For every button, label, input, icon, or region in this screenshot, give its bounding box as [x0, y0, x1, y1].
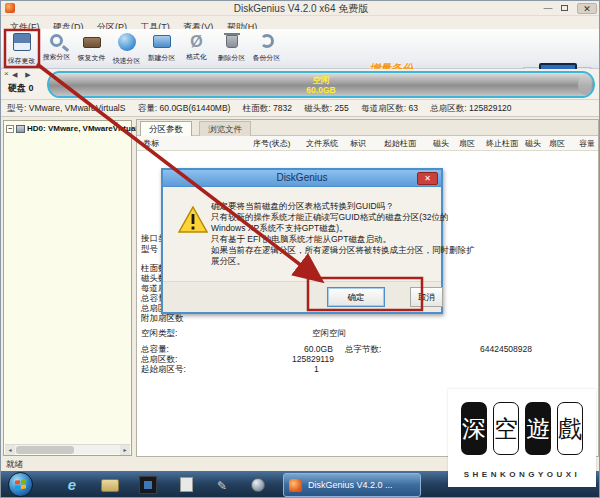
free-space-label: 空闲 60.0GB — [49, 75, 593, 95]
watermark-char-2: 空 — [493, 402, 519, 455]
warning-icon — [178, 206, 208, 233]
new-partition-icon — [153, 35, 171, 48]
diskgenius-taskbar-icon — [289, 479, 302, 492]
scroll-left-icon[interactable]: ◂ — [5, 445, 15, 455]
scrollbar-thumb[interactable] — [16, 446, 74, 454]
col-capacity[interactable]: 容量 — [579, 138, 595, 149]
col-end-cylinder[interactable]: 终止柱面 — [486, 138, 518, 149]
watermark: 深 空 遊 戲 SHENKONGYOUXI — [448, 389, 596, 487]
menu-bar: 文件(F) 硬盘(D) 分区(P) 工具(T) 查看(V) 帮助(H) — [1, 16, 600, 29]
ie-icon[interactable]: e — [63, 476, 81, 494]
col-head[interactable]: 磁头 — [433, 138, 449, 149]
tab-partition-params[interactable]: 分区参数 — [140, 121, 192, 136]
table-header-row: 卷标 序号(状态) 文件系统 标识 起始柱面 磁头 扇区 终止柱面 磁头 扇区 … — [137, 136, 598, 151]
disk-icon — [16, 125, 25, 133]
col-volume-label[interactable]: 卷标 — [143, 138, 159, 149]
maximize-button[interactable] — [557, 3, 571, 14]
bytes-label: 总字节数: — [345, 344, 381, 356]
bytes-value: 64424508928 — [480, 344, 532, 354]
search-partition-button[interactable]: 搜索分区 — [40, 31, 73, 67]
cancel-button[interactable]: 取消 — [410, 287, 443, 307]
start-button[interactable] — [8, 472, 33, 497]
new-partition-button[interactable]: 新建分区 — [145, 31, 178, 67]
tab-browse-files[interactable]: 浏览文件 — [199, 121, 251, 136]
disk-nav-arrows[interactable]: ◀ ▶ — [12, 71, 34, 79]
col-filesystem[interactable]: 文件系统 — [306, 138, 338, 149]
col-sector[interactable]: 扇区 — [459, 138, 475, 149]
col-start-cylinder[interactable]: 起始柱面 — [384, 138, 416, 149]
ok-button[interactable]: 确定 — [327, 287, 385, 307]
watermark-char-1: 深 — [461, 402, 487, 455]
col-sector-2[interactable]: 扇区 — [549, 138, 565, 149]
col-flag[interactable]: 标识 — [350, 138, 366, 149]
dialog-close-icon[interactable]: ✕ — [417, 172, 438, 185]
save-changes-button[interactable]: 保存更改 — [5, 31, 38, 67]
tab-strip: 分区参数 浏览文件 — [137, 120, 598, 136]
dialog-title-bar[interactable]: DiskGenius ✕ — [163, 170, 441, 187]
dialog-message: 确定要将当前磁盘的分区表格式转换到GUID吗？ 只有较新的操作系统才能正确读写G… — [211, 201, 441, 267]
disk-info-line: 型号: VMware, VMwareVirtualS 容量: 60.0GB(61… — [1, 100, 600, 117]
toolbar: 保存更改 搜索分区 恢复文件 快速分区 新建分区 Ø 格式化 删除分区 备份分区 — [1, 29, 600, 69]
search-icon — [50, 34, 63, 47]
convert-gpt-dialog: DiskGenius ✕ 确定要将当前磁盘的分区表格式转换到GUID吗？ 只有较… — [161, 168, 443, 314]
disk-map-panel: × ◀ ▶ 硬盘 0 空闲 60.0GB — [1, 69, 600, 100]
browser-ball-icon[interactable] — [249, 476, 267, 494]
watermark-subtitle: SHENKONGYOUXI — [448, 470, 596, 479]
recover-files-button[interactable]: 恢复文件 — [75, 31, 108, 67]
free-type-value: 空闲空间 — [312, 328, 346, 340]
document-icon[interactable] — [177, 476, 195, 494]
watermark-char-4: 戲 — [557, 402, 583, 455]
maximize-icon — [561, 5, 568, 11]
col-seq-status[interactable]: 序号(状态) — [253, 138, 290, 149]
media-player-icon[interactable] — [139, 476, 157, 494]
horizontal-scrollbar[interactable]: ◂ ▸ — [5, 444, 130, 454]
tree-collapse-icon[interactable]: − — [6, 125, 14, 133]
sidepanel-close-icon[interactable]: × — [113, 119, 118, 129]
format-button[interactable]: Ø 格式化 — [180, 31, 213, 67]
delete-partition-button[interactable]: 删除分区 — [215, 31, 248, 67]
watermark-tiles: 深 空 遊 戲 — [454, 402, 590, 455]
quick-partition-button[interactable]: 快速分区 — [110, 31, 143, 67]
window-title: DiskGenius V4.2.0 x64 免费版 — [1, 2, 600, 16]
title-bar: DiskGenius V4.2.0 x64 免费版 — ✕ — [1, 1, 600, 16]
folder-icon[interactable] — [101, 476, 119, 494]
minimize-button[interactable]: — — [541, 3, 555, 14]
capacity-value: 60.0GB — [304, 344, 333, 354]
start-sector-label: 起始扇区号: — [141, 364, 186, 376]
save-icon — [13, 33, 31, 51]
dialog-button-row: 确定 取消 — [163, 281, 441, 312]
start-sector-value: 1 — [314, 364, 319, 374]
panel-close-icon[interactable]: × — [4, 69, 9, 78]
watermark-char-3: 遊 — [525, 402, 551, 455]
col-head-2[interactable]: 磁头 — [525, 138, 541, 149]
taskbar-app-diskgenius[interactable]: DiskGenius V4.2.0 ... — [283, 473, 421, 497]
sectors-value: 125829119 — [292, 354, 334, 364]
recover-icon — [83, 37, 101, 48]
disk-label: 硬盘 0 — [8, 82, 34, 95]
disk-tree-panel: −HD0: VMware, VMwareVirtualS ◂ ▸ — [3, 120, 132, 456]
backup-partition-button[interactable]: 备份分区 — [250, 31, 283, 67]
backup-icon — [260, 34, 274, 48]
tree-item-hd0[interactable]: −HD0: VMware, VMwareVirtualS — [6, 124, 143, 133]
globe-icon — [118, 33, 136, 51]
status-text: 就绪 — [6, 459, 23, 469]
disk-cylinder[interactable]: 空闲 60.0GB — [47, 71, 595, 98]
diskgenius-window: DiskGenius V4.2.0 x64 免费版 — ✕ 文件(F) 硬盘(D… — [0, 0, 600, 498]
close-button[interactable]: ✕ — [577, 3, 597, 14]
format-icon: Ø — [188, 33, 206, 51]
trash-icon — [226, 35, 238, 48]
scroll-right-icon[interactable]: ▸ — [120, 445, 130, 455]
tools-icon[interactable]: ✎ — [213, 476, 231, 494]
windows-flag-icon — [15, 479, 27, 490]
free-type-label: 空闲类型: — [141, 328, 177, 340]
dialog-title: DiskGenius — [163, 170, 441, 183]
